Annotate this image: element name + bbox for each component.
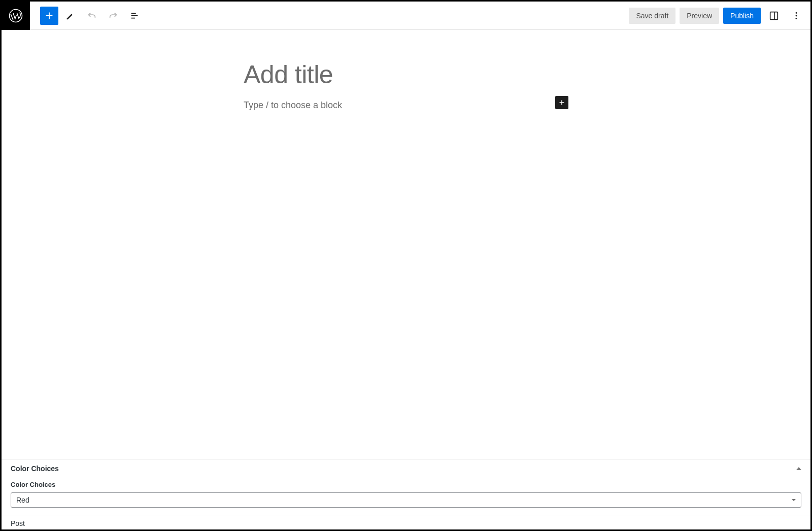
svg-point-3 [796, 12, 797, 14]
redo-button[interactable] [104, 7, 122, 25]
more-options-button[interactable] [787, 7, 805, 25]
sidebar-panel-icon [768, 10, 780, 21]
redo-icon [108, 10, 119, 21]
svg-point-5 [796, 18, 797, 19]
editor-content-area: Add title Type / to choose a block [244, 30, 568, 111]
toolbar-left-group [30, 7, 144, 25]
metabox-toggle[interactable]: Color Choices [2, 459, 810, 478]
editor-footer-bar: Post [2, 515, 810, 529]
plus-icon [44, 10, 55, 21]
color-choices-select[interactable]: Red [11, 492, 801, 508]
undo-icon [86, 10, 97, 21]
metabox-body: Color Choices Red [2, 478, 810, 515]
editor-top-toolbar: Save draft Preview Publish [2, 2, 810, 30]
toolbar-right-group: Save draft Preview Publish [629, 7, 810, 25]
post-title-input[interactable]: Add title [244, 60, 568, 90]
metabox-area: Color Choices Color Choices Red Post [2, 459, 810, 529]
kebab-icon [791, 10, 802, 21]
document-overview-button[interactable] [125, 7, 144, 25]
undo-button[interactable] [83, 7, 101, 25]
tools-button[interactable] [61, 7, 80, 25]
svg-point-4 [796, 15, 797, 16]
pencil-icon [65, 10, 76, 21]
editor-canvas: Add title Type / to choose a block [2, 30, 810, 459]
inline-add-block-button[interactable] [555, 96, 568, 109]
wordpress-logo-button[interactable] [2, 2, 30, 30]
block-placeholder-input[interactable]: Type / to choose a block [244, 100, 568, 111]
post-type-label: Post [11, 519, 25, 527]
preview-button[interactable]: Preview [680, 8, 719, 24]
publish-button[interactable]: Publish [723, 8, 761, 24]
list-view-icon [129, 10, 140, 21]
metabox-heading: Color Choices [11, 464, 59, 473]
add-block-button[interactable] [40, 7, 58, 25]
svg-rect-1 [770, 12, 778, 19]
plus-icon [557, 98, 566, 107]
save-draft-button[interactable]: Save draft [629, 8, 675, 24]
settings-panel-toggle[interactable] [765, 7, 783, 25]
wordpress-icon [8, 8, 23, 23]
collapse-up-icon [796, 467, 801, 470]
color-choices-label: Color Choices [11, 481, 801, 488]
